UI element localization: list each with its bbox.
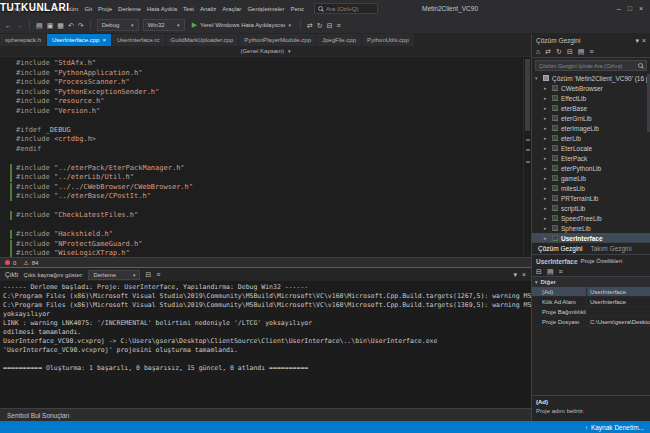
options-icon[interactable]: ≡ bbox=[337, 22, 341, 29]
editor-scrollbar[interactable] bbox=[523, 57, 531, 257]
property-pages-icon[interactable]: ≡ bbox=[559, 268, 563, 275]
project-eterpack[interactable]: ▸EterPack bbox=[532, 153, 650, 163]
sync-icon[interactable]: ⇄ bbox=[545, 48, 551, 55]
undo-icon[interactable]: ↶ bbox=[68, 22, 74, 29]
forward-icon[interactable]: → bbox=[16, 22, 23, 29]
window-position-icon[interactable]: ▾ bbox=[635, 37, 639, 44]
collapse-all-icon[interactable]: ⊟ bbox=[567, 48, 573, 55]
menu-test[interactable]: Test bbox=[180, 6, 197, 12]
chevron-right-icon[interactable]: ▸ bbox=[544, 195, 549, 201]
menu-genişletmeler[interactable]: Genişletmeler bbox=[244, 6, 287, 12]
project-eterpythonlib[interactable]: ▸eterPythonLib bbox=[532, 163, 650, 173]
refresh-icon[interactable]: ↻ bbox=[317, 22, 323, 29]
maximize-button[interactable]: □ bbox=[628, 5, 632, 12]
quick-search[interactable]: Ara (Ctrl+Q) bbox=[314, 3, 378, 14]
code-area[interactable]: #include "StdAfx.h"#include "PythonAppli… bbox=[0, 57, 523, 257]
solution-search-input[interactable]: Çözüm Gezgini İçinde Ara (Ctrl+ş) bbox=[535, 60, 647, 71]
start-debugging-button[interactable]: ▶ Yerel Windows Hata Ayıklayıcısı ▾ bbox=[189, 19, 294, 31]
project-mileslib[interactable]: ▸milesLib bbox=[532, 183, 650, 193]
chevron-right-icon[interactable]: ▸ bbox=[544, 165, 549, 171]
chevron-right-icon[interactable]: ▸ bbox=[544, 85, 549, 91]
menu-hata-ayıkla[interactable]: Hata Ayıkla bbox=[144, 6, 180, 12]
chevron-right-icon[interactable]: ▸ bbox=[544, 105, 549, 111]
window-position-icon[interactable]: ▾ bbox=[513, 271, 517, 278]
tab-guildmarkuploader-cpp[interactable]: GuildMarkUploader.cpp bbox=[166, 34, 240, 46]
project-gamelib[interactable]: ▸gameLib bbox=[532, 173, 650, 183]
chevron-right-icon[interactable]: ▸ bbox=[544, 135, 549, 141]
chevron-right-icon[interactable]: ▸ bbox=[544, 215, 549, 221]
chevron-right-icon[interactable]: ▸ bbox=[544, 185, 549, 191]
navigation-bar[interactable]: (Genel Kapsam) ▾ bbox=[0, 46, 531, 57]
chevron-right-icon[interactable]: ▸ bbox=[544, 225, 549, 231]
project-speedtreelib[interactable]: ▸SpeedTreeLib bbox=[532, 213, 650, 223]
chevron-right-icon[interactable]: ▸ bbox=[544, 95, 549, 101]
word-wrap-icon[interactable]: ≡ bbox=[156, 271, 160, 278]
tab-userinterface-rc[interactable]: UserInterface.rc bbox=[112, 34, 166, 46]
project-eterlib[interactable]: ▸eterLib bbox=[532, 133, 650, 143]
tab-takım-gezgini[interactable]: Takım Gezgini bbox=[590, 245, 631, 252]
property-row-kök-ad-alanı[interactable]: Kök Ad AlanıUserInterface bbox=[532, 297, 650, 307]
project-etergrnlib[interactable]: ▸eterGrnLib bbox=[532, 113, 650, 123]
close-button[interactable]: × bbox=[639, 5, 643, 12]
output-source-dropdown[interactable]: Derleme ▾ bbox=[88, 270, 140, 280]
menu-git[interactable]: Git bbox=[81, 6, 95, 12]
clear-output-icon[interactable]: ⊟ bbox=[145, 271, 151, 278]
platform-dropdown[interactable]: Win32 ▾ bbox=[143, 19, 185, 31]
configuration-dropdown[interactable]: Debug ▾ bbox=[97, 19, 139, 31]
project-prterrainlib[interactable]: ▸PRTerrainLib bbox=[532, 193, 650, 203]
project-eterimagelib[interactable]: ▸eterImageLib bbox=[532, 123, 650, 133]
chevron-right-icon[interactable]: ▸ bbox=[544, 155, 549, 161]
menu-pencere[interactable]: Pencere bbox=[287, 6, 304, 12]
categorized-icon[interactable]: ⊟ bbox=[536, 268, 542, 275]
menu-araçlar[interactable]: Araçlar bbox=[219, 6, 244, 12]
project-effectlib[interactable]: ▸EffectLib bbox=[532, 93, 650, 103]
tab-spherepack-h[interactable]: spherepack.h bbox=[0, 34, 47, 46]
properties-object-dropdown[interactable]: UserInterface Proje Özellikleri bbox=[532, 255, 650, 267]
refresh-icon[interactable]: ↻ bbox=[556, 48, 562, 55]
tab-çözüm-gezgini[interactable]: Çözüm Gezgini bbox=[538, 245, 582, 252]
scrollbar-thumb[interactable] bbox=[525, 59, 530, 131]
attach-icon[interactable]: ⇄ bbox=[307, 22, 313, 29]
tab-pythonutils-cpp[interactable]: PythonUtils.cpp bbox=[362, 34, 415, 46]
show-all-files-icon[interactable]: ▤ bbox=[578, 48, 585, 55]
close-icon[interactable]: × bbox=[522, 271, 526, 278]
menu-proje[interactable]: Proje bbox=[95, 6, 115, 12]
chevron-right-icon[interactable]: ▸ bbox=[544, 235, 549, 241]
minimize-button[interactable]: – bbox=[617, 5, 621, 12]
tab-pythonplayermodule-cpp[interactable]: PythonPlayerModule.cpp bbox=[239, 34, 317, 46]
project-eterlocale[interactable]: ▸EterLocale bbox=[532, 143, 650, 153]
chevron-right-icon[interactable]: ▸ bbox=[544, 115, 549, 121]
chevron-right-icon[interactable]: ▸ bbox=[544, 175, 549, 181]
project-scriptlib[interactable]: ▸scriptLib bbox=[532, 203, 650, 213]
menu-analiz[interactable]: Analiz bbox=[197, 6, 219, 12]
property-row-proje-bağımlılıkları[interactable]: Proje Bağımlılıkları bbox=[532, 307, 650, 317]
new-file-icon[interactable]: ▤ bbox=[36, 22, 43, 29]
collapse-icon[interactable]: ⊟ bbox=[327, 22, 333, 29]
close-icon[interactable]: × bbox=[102, 37, 106, 43]
project-spherelib[interactable]: ▸SphereLib bbox=[532, 223, 650, 233]
source-control-button[interactable]: ↑ Kaynak Denetim... bbox=[585, 424, 644, 431]
save-icon[interactable]: ▣ bbox=[47, 22, 54, 29]
find-symbol-results-panel[interactable]: Sembol Bul Sonuçları bbox=[0, 408, 531, 421]
project-userinterface[interactable]: ▸UserInterface bbox=[532, 233, 650, 242]
tab-userinterface-cpp[interactable]: UserInterface.cpp× bbox=[47, 34, 112, 46]
redo-icon[interactable]: ↷ bbox=[78, 22, 84, 29]
property-row-ad[interactable]: (Ad)UserInterface bbox=[532, 287, 650, 297]
property-row-proje-dosyası[interactable]: Proje DosyasıC:\Users\gsera\Desktop\Clie… bbox=[532, 317, 650, 327]
project-eterbase[interactable]: ▸eterBase bbox=[532, 103, 650, 113]
property-category[interactable]: ▾ Diğer bbox=[532, 277, 650, 287]
menu-derleme[interactable]: Derleme bbox=[115, 6, 144, 12]
chevron-right-icon[interactable]: ▸ bbox=[544, 205, 549, 211]
back-icon[interactable]: ← bbox=[5, 22, 12, 29]
chevron-right-icon[interactable]: ▸ bbox=[544, 145, 549, 151]
project-cwebbrowser[interactable]: ▸CWebBrowser bbox=[532, 83, 650, 93]
chevron-down-icon[interactable]: ▾ bbox=[535, 75, 540, 81]
properties-icon[interactable]: ≡ bbox=[589, 48, 593, 55]
home-icon[interactable]: ⌂ bbox=[536, 48, 540, 55]
solution-root[interactable]: ▾ Çözüm 'Metin2Client_VC90' (16 proje) bbox=[532, 73, 650, 83]
close-icon[interactable]: × bbox=[642, 37, 646, 44]
alphabetical-icon[interactable]: ▤ bbox=[547, 268, 554, 275]
output-log[interactable]: ------ Derleme başladı: Proje: UserInter… bbox=[0, 281, 531, 408]
save-all-icon[interactable]: ▦ bbox=[57, 22, 64, 29]
tab-jpegfile-cpp[interactable]: JpegFile.cpp bbox=[317, 34, 362, 46]
